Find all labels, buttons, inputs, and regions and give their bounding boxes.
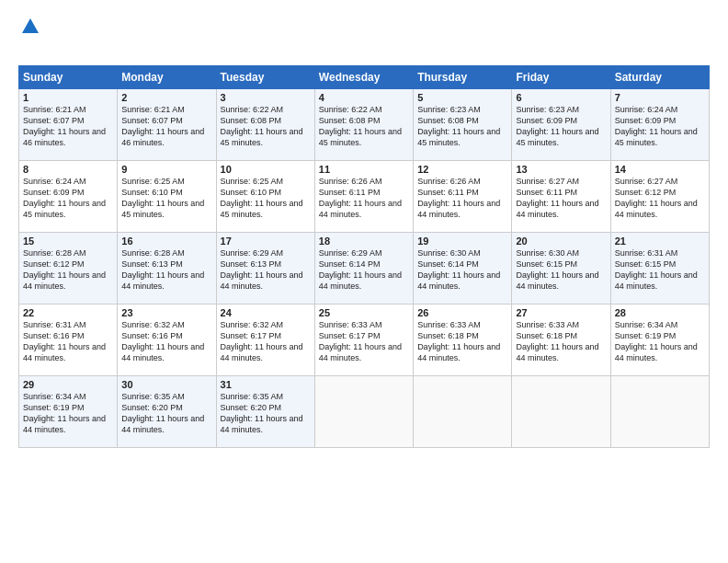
calendar-cell bbox=[610, 376, 709, 448]
day-number: 22 bbox=[23, 307, 113, 318]
day-number: 19 bbox=[417, 236, 507, 247]
day-info: Sunrise: 6:24 AMSunset: 6:09 PMDaylight:… bbox=[23, 177, 106, 219]
calendar-cell: 6 Sunrise: 6:23 AMSunset: 6:09 PMDayligh… bbox=[512, 89, 610, 161]
day-number: 13 bbox=[516, 164, 606, 175]
calendar-cell: 25 Sunrise: 6:33 AMSunset: 6:17 PMDaylig… bbox=[314, 304, 413, 376]
day-info: Sunrise: 6:33 AMSunset: 6:17 PMDaylight:… bbox=[319, 320, 402, 362]
day-number: 12 bbox=[417, 164, 507, 175]
day-info: Sunrise: 6:34 AMSunset: 6:19 PMDaylight:… bbox=[23, 392, 106, 434]
day-info: Sunrise: 6:21 AMSunset: 6:07 PMDaylight:… bbox=[121, 105, 204, 147]
calendar-cell bbox=[414, 376, 512, 448]
day-info: Sunrise: 6:33 AMSunset: 6:18 PMDaylight:… bbox=[516, 320, 598, 362]
calendar-cell: 11 Sunrise: 6:26 AMSunset: 6:11 PMDaylig… bbox=[314, 161, 413, 233]
calendar: SundayMondayTuesdayWednesdayThursdayFrid… bbox=[18, 65, 710, 448]
day-number: 17 bbox=[221, 236, 311, 247]
day-number: 29 bbox=[23, 379, 113, 390]
calendar-cell: 10 Sunrise: 6:25 AMSunset: 6:10 PMDaylig… bbox=[216, 161, 314, 233]
day-info: Sunrise: 6:22 AMSunset: 6:08 PMDaylight:… bbox=[319, 105, 402, 147]
page: SundayMondayTuesdayWednesdayThursdayFrid… bbox=[0, 0, 728, 563]
calendar-week-row: 1 Sunrise: 6:21 AMSunset: 6:07 PMDayligh… bbox=[19, 89, 710, 161]
day-info: Sunrise: 6:35 AMSunset: 6:20 PMDaylight:… bbox=[121, 392, 204, 434]
calendar-cell: 9 Sunrise: 6:25 AMSunset: 6:10 PMDayligh… bbox=[118, 161, 216, 233]
calendar-cell: 31 Sunrise: 6:35 AMSunset: 6:20 PMDaylig… bbox=[216, 376, 314, 448]
calendar-cell: 20 Sunrise: 6:30 AMSunset: 6:15 PMDaylig… bbox=[512, 233, 610, 304]
day-number: 6 bbox=[516, 92, 606, 103]
day-info: Sunrise: 6:25 AMSunset: 6:10 PMDaylight:… bbox=[121, 177, 204, 219]
day-number: 28 bbox=[615, 307, 705, 318]
day-info: Sunrise: 6:26 AMSunset: 6:11 PMDaylight:… bbox=[417, 177, 500, 219]
calendar-cell: 21 Sunrise: 6:31 AMSunset: 6:15 PMDaylig… bbox=[610, 233, 709, 304]
day-number: 26 bbox=[417, 307, 507, 318]
day-info: Sunrise: 6:34 AMSunset: 6:19 PMDaylight:… bbox=[615, 320, 698, 362]
day-number: 24 bbox=[221, 307, 311, 318]
calendar-day-header: Thursday bbox=[414, 66, 512, 89]
calendar-cell bbox=[512, 376, 610, 448]
calendar-cell: 17 Sunrise: 6:29 AMSunset: 6:13 PMDaylig… bbox=[216, 233, 314, 304]
day-info: Sunrise: 6:22 AMSunset: 6:08 PMDaylight:… bbox=[221, 105, 303, 147]
day-number: 5 bbox=[417, 92, 507, 103]
day-number: 8 bbox=[23, 164, 113, 175]
calendar-cell: 1 Sunrise: 6:21 AMSunset: 6:07 PMDayligh… bbox=[19, 89, 118, 161]
day-number: 31 bbox=[221, 379, 311, 390]
day-number: 16 bbox=[121, 236, 211, 247]
day-info: Sunrise: 6:23 AMSunset: 6:09 PMDaylight:… bbox=[516, 105, 598, 147]
calendar-cell: 7 Sunrise: 6:24 AMSunset: 6:09 PMDayligh… bbox=[610, 89, 709, 161]
day-number: 23 bbox=[121, 307, 211, 318]
calendar-cell: 5 Sunrise: 6:23 AMSunset: 6:08 PMDayligh… bbox=[414, 89, 512, 161]
day-number: 9 bbox=[121, 164, 211, 175]
calendar-cell: 19 Sunrise: 6:30 AMSunset: 6:14 PMDaylig… bbox=[414, 233, 512, 304]
calendar-week-row: 15 Sunrise: 6:28 AMSunset: 6:12 PMDaylig… bbox=[19, 233, 710, 304]
calendar-cell: 27 Sunrise: 6:33 AMSunset: 6:18 PMDaylig… bbox=[512, 304, 610, 376]
day-number: 25 bbox=[319, 307, 409, 318]
day-number: 20 bbox=[516, 236, 606, 247]
calendar-cell: 22 Sunrise: 6:31 AMSunset: 6:16 PMDaylig… bbox=[19, 304, 118, 376]
calendar-cell: 18 Sunrise: 6:29 AMSunset: 6:14 PMDaylig… bbox=[314, 233, 413, 304]
day-info: Sunrise: 6:31 AMSunset: 6:15 PMDaylight:… bbox=[615, 248, 698, 291]
day-info: Sunrise: 6:27 AMSunset: 6:12 PMDaylight:… bbox=[615, 177, 698, 219]
logo-icon bbox=[20, 17, 40, 37]
day-number: 18 bbox=[319, 236, 409, 247]
day-info: Sunrise: 6:35 AMSunset: 6:20 PMDaylight:… bbox=[221, 392, 303, 434]
calendar-cell: 14 Sunrise: 6:27 AMSunset: 6:12 PMDaylig… bbox=[610, 161, 709, 233]
day-info: Sunrise: 6:29 AMSunset: 6:13 PMDaylight:… bbox=[221, 248, 303, 291]
day-info: Sunrise: 6:29 AMSunset: 6:14 PMDaylight:… bbox=[319, 248, 402, 291]
calendar-cell: 30 Sunrise: 6:35 AMSunset: 6:20 PMDaylig… bbox=[118, 376, 216, 448]
day-info: Sunrise: 6:26 AMSunset: 6:11 PMDaylight:… bbox=[319, 177, 402, 219]
day-number: 14 bbox=[615, 164, 705, 175]
logo bbox=[18, 17, 40, 56]
day-info: Sunrise: 6:30 AMSunset: 6:14 PMDaylight:… bbox=[417, 248, 500, 291]
day-info: Sunrise: 6:25 AMSunset: 6:10 PMDaylight:… bbox=[221, 177, 303, 219]
calendar-cell: 3 Sunrise: 6:22 AMSunset: 6:08 PMDayligh… bbox=[216, 89, 314, 161]
day-info: Sunrise: 6:30 AMSunset: 6:15 PMDaylight:… bbox=[516, 248, 598, 291]
day-info: Sunrise: 6:33 AMSunset: 6:18 PMDaylight:… bbox=[417, 320, 500, 362]
day-info: Sunrise: 6:28 AMSunset: 6:13 PMDaylight:… bbox=[121, 248, 204, 291]
day-number: 4 bbox=[319, 92, 409, 103]
calendar-cell: 29 Sunrise: 6:34 AMSunset: 6:19 PMDaylig… bbox=[19, 376, 118, 448]
logo-text bbox=[18, 17, 40, 37]
day-info: Sunrise: 6:28 AMSunset: 6:12 PMDaylight:… bbox=[23, 248, 106, 291]
calendar-cell: 28 Sunrise: 6:34 AMSunset: 6:19 PMDaylig… bbox=[610, 304, 709, 376]
day-number: 21 bbox=[615, 236, 705, 247]
calendar-cell: 15 Sunrise: 6:28 AMSunset: 6:12 PMDaylig… bbox=[19, 233, 118, 304]
calendar-cell bbox=[314, 376, 413, 448]
day-info: Sunrise: 6:27 AMSunset: 6:11 PMDaylight:… bbox=[516, 177, 598, 219]
day-number: 7 bbox=[615, 92, 705, 103]
calendar-day-header: Sunday bbox=[19, 66, 118, 89]
calendar-cell: 16 Sunrise: 6:28 AMSunset: 6:13 PMDaylig… bbox=[118, 233, 216, 304]
day-number: 30 bbox=[121, 379, 211, 390]
day-info: Sunrise: 6:21 AMSunset: 6:07 PMDaylight:… bbox=[23, 105, 106, 147]
calendar-cell: 13 Sunrise: 6:27 AMSunset: 6:11 PMDaylig… bbox=[512, 161, 610, 233]
day-number: 2 bbox=[121, 92, 211, 103]
calendar-cell: 8 Sunrise: 6:24 AMSunset: 6:09 PMDayligh… bbox=[19, 161, 118, 233]
calendar-day-header: Tuesday bbox=[216, 66, 314, 89]
calendar-cell: 2 Sunrise: 6:21 AMSunset: 6:07 PMDayligh… bbox=[118, 89, 216, 161]
calendar-cell: 4 Sunrise: 6:22 AMSunset: 6:08 PMDayligh… bbox=[314, 89, 413, 161]
calendar-header-row: SundayMondayTuesdayWednesdayThursdayFrid… bbox=[19, 66, 710, 89]
header bbox=[18, 17, 710, 56]
day-info: Sunrise: 6:32 AMSunset: 6:17 PMDaylight:… bbox=[221, 320, 303, 362]
calendar-cell: 24 Sunrise: 6:32 AMSunset: 6:17 PMDaylig… bbox=[216, 304, 314, 376]
calendar-day-header: Saturday bbox=[610, 66, 709, 89]
day-info: Sunrise: 6:24 AMSunset: 6:09 PMDaylight:… bbox=[615, 105, 698, 147]
calendar-week-row: 22 Sunrise: 6:31 AMSunset: 6:16 PMDaylig… bbox=[19, 304, 710, 376]
day-number: 11 bbox=[319, 164, 409, 175]
